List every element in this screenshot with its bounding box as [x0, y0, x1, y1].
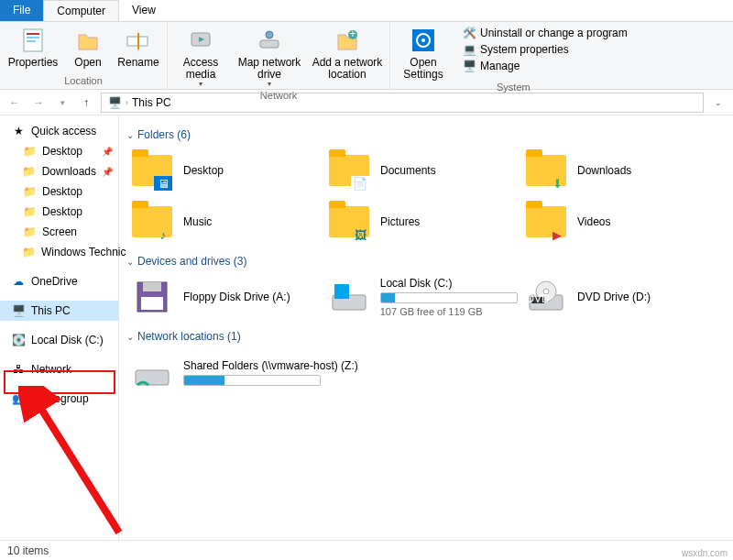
sidebar-label: Quick access	[31, 125, 96, 137]
sidebar-label: Downloads	[42, 165, 96, 178]
uninstall-program-button[interactable]: 🛠️ Uninstall or change a program	[462, 26, 628, 40]
folders-grid: 🖥 Desktop 📄 Documents ⬇ Downloads ♪ Musi…	[126, 145, 726, 247]
sidebar-onedrive[interactable]: ☁ OneDrive	[0, 271, 118, 291]
item-label: Music	[183, 215, 212, 228]
svg-rect-3	[27, 40, 36, 42]
folder-pictures[interactable]: 🖼 Pictures	[323, 196, 520, 247]
rename-button[interactable]: Rename	[115, 24, 161, 69]
sidebar-this-pc[interactable]: 🖥️ This PC	[0, 301, 118, 321]
videos-folder-icon: ▶	[524, 200, 568, 244]
downloads-folder-icon: ⬇	[524, 148, 568, 192]
map-drive-button[interactable]: Map network drive ▾	[235, 24, 303, 89]
item-label: DVD Drive (D:)	[577, 291, 651, 303]
section-drives-header[interactable]: ⌄ Devices and drives (3)	[126, 247, 726, 271]
svg-point-14	[421, 38, 425, 42]
usage-bar	[183, 375, 321, 386]
chevron-down-icon: ⌄	[126, 257, 134, 267]
svg-point-9	[266, 31, 273, 38]
sidebar-homegroup[interactable]: 👥 Homegroup	[0, 389, 118, 409]
tab-view[interactable]: View	[119, 0, 169, 21]
sidebar-label: This PC	[31, 304, 71, 317]
drives-grid: Floppy Disk Drive (A:) Local Disk (C:) 1…	[126, 271, 726, 323]
sidebar-label: Desktop	[42, 145, 82, 158]
ribbon-group-network: Access media ▾ Map network drive ▾ + Add…	[168, 22, 390, 89]
item-label: Shared Folders (\\vmware-host) (Z:)	[183, 359, 358, 372]
folder-documents[interactable]: 📄 Documents	[323, 145, 520, 196]
tab-computer[interactable]: Computer	[43, 0, 119, 21]
netloc-grid: Shared Folders (\\vmware-host) (Z:)	[126, 346, 726, 398]
uninstall-icon: 🛠️	[462, 26, 476, 40]
back-button[interactable]: ←	[5, 93, 24, 112]
ribbon-group-location: Properties Open Rename Location	[0, 22, 168, 89]
recent-locations-button[interactable]: ▾	[53, 93, 71, 112]
open-settings-button[interactable]: Open Settings	[396, 24, 451, 81]
uninstall-label: Uninstall or change a program	[480, 27, 628, 39]
up-button[interactable]: ↑	[77, 93, 95, 112]
this-pc-icon: 🖥️	[11, 303, 26, 318]
open-label: Open	[74, 57, 101, 69]
sidebar-label: Network	[31, 363, 71, 376]
section-netloc-header[interactable]: ⌄ Network locations (1)	[126, 323, 726, 346]
item-sublabel: 107 GB free of 119 GB	[380, 306, 517, 317]
documents-folder-icon: 📄	[327, 148, 371, 192]
svg-text:+: +	[349, 27, 356, 40]
folder-icon: 📁	[22, 164, 37, 179]
folder-downloads[interactable]: ⬇ Downloads	[520, 145, 717, 196]
tab-file[interactable]: File	[0, 0, 43, 21]
map-drive-label: Map network drive	[235, 57, 303, 81]
tab-bar: File Computer View	[0, 0, 733, 22]
add-location-label: Add a network location	[311, 57, 384, 81]
drive-dvd[interactable]: DVD DVD Drive (D:)	[520, 271, 717, 323]
properties-label: Properties	[8, 57, 59, 69]
folder-icon: 📁	[22, 225, 37, 239]
properties-icon	[18, 26, 48, 55]
breadcrumb-root: This PC	[132, 96, 171, 109]
add-network-location-button[interactable]: + Add a network location	[311, 24, 384, 81]
properties-button[interactable]: Properties	[5, 24, 60, 69]
content-pane: ⌄ Folders (6) 🖥 Desktop 📄 Documents ⬇ Do…	[119, 115, 733, 540]
item-label: Floppy Disk Drive (A:)	[183, 291, 290, 303]
sidebar-item-screen[interactable]: 📁 Screen	[0, 222, 118, 242]
ribbon: Properties Open Rename Location Access m…	[0, 22, 733, 90]
music-folder-icon: ♪	[130, 200, 174, 244]
sidebar-item-desktop[interactable]: 📁 Desktop 📌	[0, 141, 118, 161]
svg-rect-2	[27, 37, 39, 38]
folder-music[interactable]: ♪ Music	[126, 196, 323, 247]
media-icon	[186, 26, 215, 55]
access-media-label: Access media	[173, 57, 228, 81]
drive-shared-z[interactable]: Shared Folders (\\vmware-host) (Z:)	[126, 346, 365, 398]
watermark: wsxdn.com	[682, 548, 728, 558]
dropdown-button[interactable]: ⌄	[709, 93, 728, 112]
sidebar-item-windows-technic[interactable]: 📁 Windows Technic	[0, 242, 118, 262]
svg-rect-1	[27, 33, 39, 35]
this-pc-icon: 🖥️	[107, 95, 122, 110]
sidebar-local-disk[interactable]: 💽 Local Disk (C:)	[0, 330, 118, 350]
pictures-folder-icon: 🖼	[327, 200, 371, 244]
homegroup-icon: 👥	[11, 391, 26, 406]
sidebar-label: Desktop	[42, 185, 82, 198]
system-properties-button[interactable]: 💻 System properties	[462, 42, 628, 57]
folder-videos[interactable]: ▶ Videos	[520, 196, 717, 247]
svg-text:DVD: DVD	[526, 292, 550, 305]
sidebar-quick-access[interactable]: ★ Quick access	[0, 121, 118, 141]
sidebar-item-desktop-3[interactable]: 📁 Desktop	[0, 202, 118, 222]
sidebar-item-desktop-2[interactable]: 📁 Desktop	[0, 181, 118, 202]
manage-button[interactable]: 🖥️ Manage	[462, 59, 628, 73]
sidebar-network[interactable]: 🖧 Network	[0, 359, 118, 379]
sys-props-icon: 💻	[462, 42, 476, 57]
section-title: Devices and drives (3)	[137, 255, 246, 268]
sidebar-label: Desktop	[42, 205, 82, 218]
pin-icon: 📌	[102, 147, 113, 157]
section-folders-header[interactable]: ⌄ Folders (6)	[126, 121, 726, 145]
sidebar-label: Local Disk (C:)	[31, 334, 104, 346]
item-label: Videos	[577, 215, 610, 228]
folder-desktop[interactable]: 🖥 Desktop	[126, 145, 323, 196]
drive-floppy[interactable]: Floppy Disk Drive (A:)	[126, 271, 323, 323]
breadcrumb[interactable]: 🖥️ › This PC	[101, 93, 704, 113]
access-media-button[interactable]: Access media ▾	[173, 24, 228, 89]
sidebar-item-downloads[interactable]: 📁 Downloads 📌	[0, 161, 118, 181]
drive-local-c[interactable]: Local Disk (C:) 107 GB free of 119 GB	[323, 271, 520, 323]
rename-label: Rename	[117, 57, 159, 69]
forward-button[interactable]: →	[29, 93, 48, 112]
open-button[interactable]: Open	[68, 24, 108, 69]
